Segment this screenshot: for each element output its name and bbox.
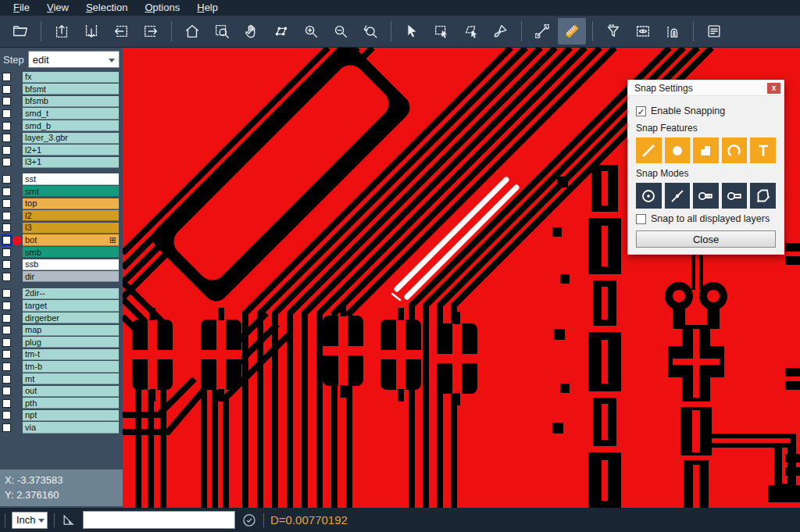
layer-row-smt[interactable]: smt	[0, 185, 123, 198]
layer-visibility-checkbox[interactable]	[2, 362, 11, 371]
layer-visibility-checkbox[interactable]	[2, 134, 11, 142]
layer-row-smd_t[interactable]: smd_t	[0, 108, 123, 120]
enable-snapping-row[interactable]: ✓ Enable Snapping	[636, 105, 776, 116]
ruler-icon[interactable]	[558, 18, 586, 45]
dialog-title-bar[interactable]: Snap Settings x	[628, 80, 784, 96]
filter-icon[interactable]	[599, 18, 627, 45]
snap-contour-icon[interactable]	[750, 183, 776, 209]
layer-visibility-checkbox[interactable]	[2, 338, 11, 347]
zoom-region-icon[interactable]	[208, 18, 236, 45]
snap-center-icon[interactable]	[636, 183, 662, 209]
layer-row-map[interactable]: map	[0, 324, 123, 337]
menu-item-view[interactable]: View	[38, 0, 77, 16]
layers-form-icon[interactable]	[700, 18, 728, 45]
snap-magnet-icon[interactable]	[659, 18, 687, 45]
layer-visibility-checkbox[interactable]	[2, 73, 11, 81]
menu-item-file[interactable]: File	[5, 0, 38, 16]
layer-row-npt[interactable]: npt	[0, 409, 123, 422]
open-folder-icon[interactable]	[6, 18, 34, 45]
layer-row-bfsmb[interactable]: bfsmb	[0, 95, 123, 108]
select-arrow-icon[interactable]	[398, 18, 426, 45]
zoom-previous-icon[interactable]	[356, 18, 384, 45]
enable-snapping-checkbox[interactable]: ✓	[636, 106, 646, 116]
layer-visibility-checkbox[interactable]	[2, 302, 11, 310]
pan-up-icon[interactable]	[48, 18, 76, 45]
layer-row-fx[interactable]: fx	[0, 71, 123, 84]
layer-visibility-checkbox[interactable]	[2, 375, 11, 384]
layer-visibility-checkbox[interactable]	[2, 97, 11, 105]
layer-row-out[interactable]: out	[0, 385, 123, 398]
pan-left-icon[interactable]	[107, 18, 135, 45]
snap-pad-icon[interactable]	[665, 137, 691, 163]
layer-visibility-checkbox[interactable]	[2, 314, 11, 323]
zoom-in-icon[interactable]	[297, 18, 325, 45]
layer-visibility-checkbox[interactable]	[2, 236, 11, 245]
layer-visibility-checkbox[interactable]	[2, 248, 11, 257]
layer-row-bfsmt[interactable]: bfsmt	[0, 84, 123, 96]
unit-select[interactable]: Inch	[12, 512, 48, 529]
layer-row-l3+1[interactable]: l3+1	[0, 156, 123, 169]
snap-pad-outline-icon[interactable]	[722, 183, 748, 209]
pan-right-icon[interactable]	[137, 18, 165, 45]
snap-line-icon[interactable]	[636, 137, 662, 163]
snap-surface-icon[interactable]	[693, 137, 719, 163]
layer-visibility-checkbox[interactable]	[2, 212, 11, 220]
layer-row-sst[interactable]: sst	[0, 173, 123, 186]
snap-closest-icon[interactable]	[665, 183, 691, 209]
layer-visibility-checkbox[interactable]	[2, 260, 11, 269]
layer-visibility-checkbox[interactable]	[2, 158, 11, 166]
select-rect-icon[interactable]	[427, 18, 455, 45]
layer-visibility-checkbox[interactable]	[2, 273, 11, 281]
menu-item-options[interactable]: Options	[136, 0, 188, 16]
layer-visibility-checkbox[interactable]	[2, 122, 11, 130]
layer-row-tm-t[interactable]: tm-t	[0, 348, 123, 361]
layer-visibility-checkbox[interactable]	[2, 109, 11, 118]
layer-row-via[interactable]: via	[0, 422, 123, 434]
apply-check-icon[interactable]	[241, 512, 257, 528]
command-input[interactable]	[83, 511, 235, 529]
layer-visibility-checkbox[interactable]	[2, 175, 11, 184]
layer-visibility-checkbox[interactable]	[2, 85, 11, 94]
layer-visibility-checkbox[interactable]	[2, 423, 11, 432]
layer-row-l2+1[interactable]: l2+1	[0, 145, 123, 157]
layer-visibility-checkbox[interactable]	[2, 187, 11, 196]
home-view-icon[interactable]	[178, 18, 206, 45]
layer-visibility-checkbox[interactable]	[2, 350, 11, 359]
layer-row-ssb[interactable]: ssb	[0, 259, 123, 271]
layer-visibility-checkbox[interactable]	[2, 399, 11, 408]
layer-row-smd_b[interactable]: smd_b	[0, 120, 123, 132]
snap-pad-hole-icon[interactable]	[693, 183, 719, 209]
layer-row-l3[interactable]: l3	[0, 222, 123, 234]
layer-visibility-checkbox[interactable]	[2, 146, 11, 155]
layer-row-l2[interactable]: l2	[0, 210, 123, 223]
layer-row-bot[interactable]: bot⊞	[0, 234, 123, 247]
snap-arc-icon[interactable]	[722, 137, 748, 163]
step-select[interactable]: edit	[28, 51, 120, 68]
menu-item-selection[interactable]: Selection	[77, 0, 136, 16]
layer-visibility-checkbox[interactable]	[2, 326, 11, 334]
close-button[interactable]: Close	[636, 230, 776, 248]
layer-row-pth[interactable]: pth	[0, 397, 123, 409]
zoom-out-icon[interactable]	[327, 18, 355, 45]
all-layers-row[interactable]: Snap to all displayed layers	[636, 213, 776, 224]
move-view-icon[interactable]	[267, 18, 295, 45]
layer-row-dir[interactable]: dir	[0, 271, 123, 284]
pan-hand-icon[interactable]	[238, 18, 266, 45]
layer-visibility-checkbox[interactable]	[2, 289, 11, 298]
snap-text-icon[interactable]	[750, 137, 776, 163]
pan-down-icon[interactable]	[77, 18, 105, 45]
layer-row-dirgerber[interactable]: dirgerber	[0, 312, 123, 324]
layer-row-layer_3.gbr[interactable]: layer_3.gbr	[0, 132, 123, 145]
layer-row-plug[interactable]: plug	[0, 336, 123, 348]
select-poly-icon[interactable]	[457, 18, 485, 45]
menu-item-help[interactable]: Help	[188, 0, 227, 16]
layer-visibility-checkbox[interactable]	[2, 199, 11, 208]
layer-row-mt[interactable]: mt	[0, 373, 123, 385]
layer-visibility-checkbox[interactable]	[2, 411, 11, 420]
layer-row-2dir--[interactable]: 2dir--	[0, 287, 123, 300]
layer-visibility-checkbox[interactable]	[2, 387, 11, 395]
all-layers-checkbox[interactable]	[636, 214, 646, 224]
paint-select-icon[interactable]	[487, 18, 515, 45]
close-icon[interactable]: x	[767, 83, 780, 94]
layer-row-top[interactable]: top	[0, 198, 123, 210]
